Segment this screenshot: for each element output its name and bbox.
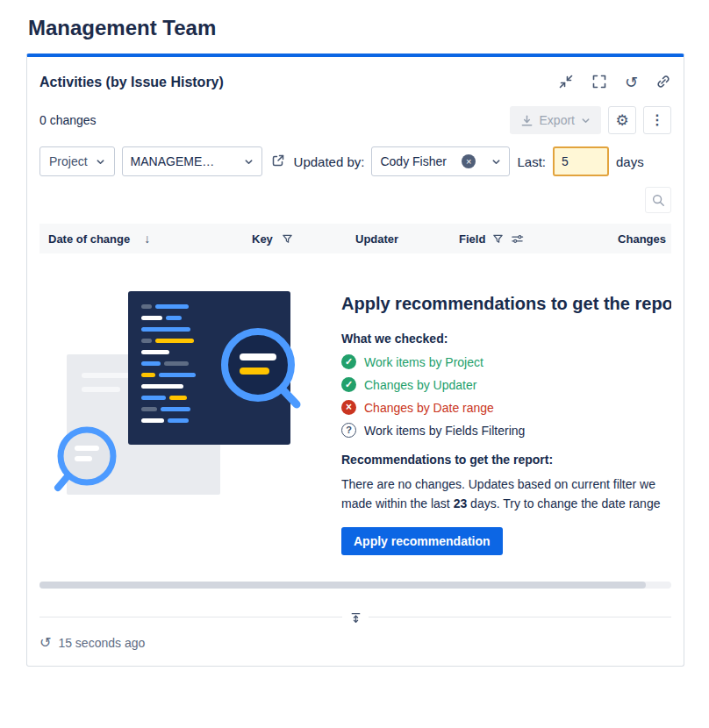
resize-divider	[39, 610, 671, 625]
search-icon	[651, 193, 665, 207]
fit-height-button[interactable]	[342, 610, 369, 625]
check-item: ? Work items by Fields Filtering	[341, 423, 671, 438]
export-button[interactable]: Export	[510, 106, 601, 134]
gear-icon: ⚙	[615, 113, 628, 128]
last-days-input[interactable]	[553, 146, 609, 176]
check-label: Work items by Project	[364, 355, 483, 369]
activities-panel: Activities (by Issue History)	[26, 54, 684, 667]
toolbar-row: 0 changes Export ⚙ ⋮	[39, 106, 671, 134]
updated-by-label: Updated by:	[294, 154, 365, 169]
filter-icon[interactable]	[492, 233, 504, 245]
recommendation-line-1: There are no changes. Updates based on c…	[341, 475, 671, 494]
panel-footer: ↺ 15 seconds ago	[39, 636, 671, 650]
column-label: Changes	[618, 232, 666, 246]
collapse-icon	[558, 74, 574, 89]
check-label: Changes by Updater	[364, 378, 476, 392]
recommendation-text: made within the last	[341, 496, 454, 510]
horizontal-scrollbar[interactable]	[39, 582, 671, 589]
chevron-down-icon	[491, 157, 501, 167]
refresh-button[interactable]: ↺	[625, 73, 638, 92]
open-project-button[interactable]	[269, 153, 287, 170]
apply-recommendation-button[interactable]: Apply recommendation	[341, 527, 503, 555]
search-row	[39, 187, 671, 213]
fullscreen-button[interactable]	[591, 74, 607, 92]
toolbar-actions: Export ⚙ ⋮	[510, 106, 671, 134]
table-header: Date of change ↓ Key Updater Field	[39, 224, 671, 253]
refresh-icon[interactable]: ↺	[39, 636, 51, 650]
last-updated-text: 15 seconds ago	[58, 636, 145, 650]
updater-select[interactable]: Cody Fisher ×	[371, 146, 510, 176]
fit-height-icon	[349, 611, 362, 625]
search-button[interactable]	[645, 187, 671, 213]
check-item: ✓ Changes by Updater	[341, 377, 671, 392]
more-options-button[interactable]: ⋮	[643, 106, 671, 134]
page-title: Management Team	[28, 16, 709, 40]
column-changes[interactable]: Changes	[589, 232, 671, 246]
recommendation-days: 23	[454, 496, 468, 510]
check-label: Changes by Date range	[364, 401, 494, 415]
chevron-down-icon	[581, 116, 591, 125]
chevron-down-icon	[244, 157, 254, 167]
download-icon	[520, 114, 534, 127]
column-key[interactable]: Key	[243, 232, 347, 246]
column-label: Key	[252, 232, 273, 246]
recommendation-text: days. Try to change the date range	[467, 496, 660, 510]
export-label: Export	[540, 113, 575, 127]
check-circle-icon: ✓	[341, 377, 356, 392]
project-select[interactable]: MANAGEME…	[122, 146, 262, 176]
project-select-value: MANAGEME…	[131, 154, 215, 168]
empty-state: Apply recommendations to get the report …	[39, 289, 671, 555]
filter-type-label: Project	[49, 154, 88, 168]
empty-state-text: Apply recommendations to get the report …	[304, 289, 671, 555]
column-label: Field	[459, 232, 485, 246]
changes-count: 0 changes	[39, 113, 97, 127]
check-item: × Changes by Date range	[341, 400, 671, 415]
panel-title: Activities (by Issue History)	[39, 75, 224, 90]
check-circle-icon: ✓	[341, 354, 356, 369]
clear-updater-icon[interactable]: ×	[462, 154, 476, 168]
column-label: Date of change	[48, 232, 130, 246]
filters-row: Project MANAGEME… Upda	[39, 146, 671, 176]
panel-header-icons: ↺	[558, 73, 671, 92]
external-link-icon	[271, 153, 285, 168]
checked-title: What we checked:	[341, 332, 671, 346]
scrollbar-thumb[interactable]	[39, 582, 646, 589]
sort-desc-icon[interactable]: ↓	[144, 232, 150, 246]
question-circle-icon: ?	[341, 423, 356, 438]
kebab-icon: ⋮	[650, 113, 664, 127]
days-label: days	[616, 154, 644, 169]
recommendations-title: Recommendations to get the report:	[341, 453, 671, 467]
check-item: ✓ Work items by Project	[341, 354, 671, 369]
cross-circle-icon: ×	[341, 400, 356, 415]
link-icon	[655, 74, 671, 89]
column-date-of-change[interactable]: Date of change ↓	[39, 232, 243, 246]
collapse-button[interactable]	[558, 74, 574, 92]
recommendation-paragraph: There are no changes. Updates based on c…	[341, 475, 671, 513]
link-button[interactable]	[655, 74, 671, 92]
column-field[interactable]: Field	[450, 232, 589, 246]
checks-list: ✓ Work items by Project ✓ Changes by Upd…	[341, 354, 671, 438]
filter-icon[interactable]	[282, 233, 293, 245]
chevron-down-icon	[96, 157, 105, 167]
column-label: Updater	[355, 232, 398, 246]
column-updater[interactable]: Updater	[347, 232, 450, 246]
empty-state-illustration	[54, 289, 304, 555]
empty-state-heading: Apply recommendations to get the report	[341, 294, 671, 314]
settings-button[interactable]: ⚙	[608, 106, 636, 134]
panel-header: Activities (by Issue History)	[39, 57, 671, 92]
last-label: Last:	[517, 154, 546, 169]
fullscreen-icon	[591, 74, 607, 89]
filter-settings-icon[interactable]	[511, 232, 524, 246]
filter-type-dropdown[interactable]: Project	[39, 146, 115, 176]
check-label: Work items by Fields Filtering	[364, 424, 525, 438]
refresh-icon: ↺	[625, 73, 638, 92]
updater-select-value: Cody Fisher	[380, 154, 446, 168]
recommendation-line-2: made within the last 23 days. Try to cha…	[341, 494, 671, 513]
